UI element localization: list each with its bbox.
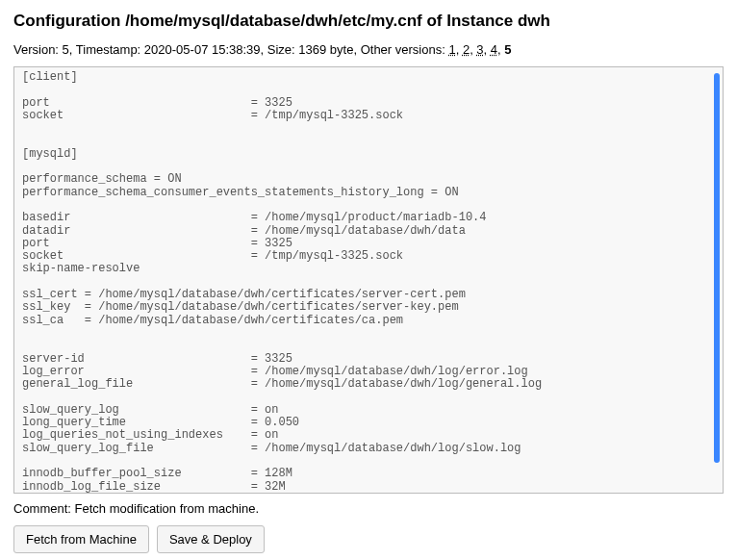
config-textarea[interactable]: [client] port = 3325 socket = /tmp/mysql… xyxy=(13,66,724,494)
version-current: 5 xyxy=(504,42,511,57)
version-meta-line: Version: 5, Timestamp: 2020-05-07 15:38:… xyxy=(13,42,724,57)
meta-size-value: 1369 byte xyxy=(298,42,353,57)
scrollbar-thumb[interactable] xyxy=(714,73,720,463)
config-text-content: [client] port = 3325 socket = /tmp/mysql… xyxy=(22,70,542,494)
version-link-3[interactable]: 3 xyxy=(476,42,483,57)
version-link-1[interactable]: 1 xyxy=(448,42,455,57)
meta-other-versions-label: , Other versions: xyxy=(353,42,448,57)
save-deploy-button[interactable]: Save & Deploy xyxy=(157,525,265,553)
version-link-4[interactable]: 4 xyxy=(491,42,497,57)
meta-timestamp-value: 2020-05-07 15:38:39 xyxy=(144,42,261,57)
fetch-from-machine-button[interactable]: Fetch from Machine xyxy=(13,525,149,553)
page-title: Configuration /home/mysql/database/dwh/e… xyxy=(13,12,724,31)
button-row: Fetch from Machine Save & Deploy xyxy=(13,525,724,553)
comment-line: Comment: Fetch modification from machine… xyxy=(13,501,724,516)
comment-text: Fetch modification from machine. xyxy=(75,501,259,516)
meta-size-label: , Size: xyxy=(261,42,299,57)
meta-version-label: Version: xyxy=(13,42,63,57)
version-link-2[interactable]: 2 xyxy=(463,42,470,57)
meta-timestamp-label: , Timestamp: xyxy=(69,42,144,57)
meta-version-value: 5 xyxy=(63,42,69,57)
comment-label: Comment: xyxy=(13,501,75,516)
